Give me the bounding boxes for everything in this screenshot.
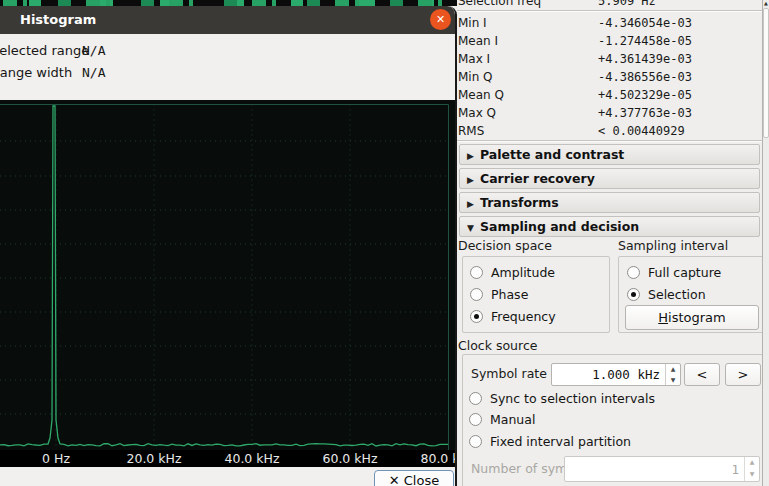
window-close-icon[interactable]: ✕ [430,9,451,30]
window-title: Histogram [20,12,96,27]
stat-value: +4.502329e-05 [598,88,692,102]
radio-circle-icon [470,310,483,323]
radio-circle-icon [469,392,482,405]
close-x-icon: ✕ [389,473,400,486]
radio-label: Sync to selection intervals [490,391,655,406]
collapsed-arrow-icon: ▶ [467,147,480,166]
clock-source-label: Clock source [458,338,537,353]
stat-label: Max Q [458,106,496,120]
symbol-rate-label: Symbol rate [471,366,547,381]
stat-row-min-q: Min Q -4.386556e-03 [457,68,762,86]
close-button[interactable]: ✕Close [374,470,454,486]
radio-frequency[interactable]: Frequency [470,309,556,324]
radio-circle-icon [470,266,483,279]
section-label: Palette and contrast [480,147,624,162]
spectrogram-strip[interactable] [0,0,457,6]
histogram-button[interactable]: Histogram [625,305,759,330]
histogram-plot[interactable] [0,100,457,450]
button-label-rest: istogram [668,310,726,325]
panel-scrollbar[interactable]: ▲ [762,0,769,486]
spin-down-icon[interactable]: ▼ [666,375,680,386]
sampling-interval-group: Full capture Selection Histogram [618,256,762,333]
symbol-rate-spinbox[interactable]: 1.000 kHz ▲▼ [551,363,681,386]
decision-space-group: Amplitude Phase Frequency [462,256,610,333]
stat-value: +4.361439e-03 [598,52,692,66]
radio-fixed-interval-partition[interactable]: Fixed interval partition [469,434,631,449]
radio-circle-icon [469,435,482,448]
radio-phase[interactable]: Phase [470,287,528,302]
stat-value: -1.274458e-05 [598,34,692,48]
stat-row-min-i: Min I -4.346054e-03 [457,14,762,32]
separator [457,140,762,142]
radio-label: Selection [648,287,706,302]
stat-row-max-i: Max I +4.361439e-03 [457,50,762,68]
section-palette-and-contrast[interactable]: ▶Palette and contrast [459,144,760,165]
number-of-symbols-value: 1 [731,462,739,477]
stat-label: Min Q [458,70,493,84]
radio-sync-to-selection-intervals[interactable]: Sync to selection intervals [469,391,655,406]
spin-up-icon: ▲ [745,457,759,469]
stat-label: Mean Q [458,88,504,102]
radio-circle-icon [627,266,640,279]
spinner-arrows[interactable]: ▲▼ [665,364,680,385]
histogram-plot-svg [0,100,457,450]
decision-space-label: Decision space [458,238,552,253]
selected-range-label: Selected range [0,43,89,58]
stat-value: < 0.00440929 [598,124,685,138]
screen: Selection freq 5.909 Hz Min I -4.346054e… [0,0,769,486]
selected-range-value: N/A [82,43,105,58]
titlebar[interactable]: Histogram ✕ [0,6,455,34]
x-tick-label: 0 Hz [42,451,70,466]
expanded-arrow-icon: ▼ [467,219,480,238]
spinner-arrows: ▲▼ [744,457,759,481]
section-label: Carrier recovery [480,171,595,186]
scrollbar-handle[interactable] [763,8,769,138]
radio-manual[interactable]: Manual [469,412,535,427]
stat-value: 5.909 Hz [598,0,656,8]
radio-selection[interactable]: Selection [627,287,706,302]
x-tick-label: 80.0 kHz [420,451,457,466]
section-carrier-recovery[interactable]: ▶Carrier recovery [459,168,760,189]
x-tick-label: 40.0 kHz [224,451,279,466]
collapsed-arrow-icon: ▶ [467,171,480,190]
symbol-rate-prev-button[interactable]: < [684,363,720,386]
button-mnemonic: H [658,310,668,325]
section-label: Transforms [480,195,559,210]
stat-label: Mean I [458,34,498,48]
section-sampling-and-decision[interactable]: ▼Sampling and decision [459,216,760,237]
stat-label: Min I [458,16,487,30]
symbol-rate-next-button[interactable]: > [725,363,761,386]
stat-value: -4.346054e-03 [598,16,692,30]
range-width-label: Range width [0,65,72,80]
close-button-label: Close [404,473,439,486]
symbol-rate-value: 1.000 kHz [592,367,660,382]
radio-label: Phase [491,287,528,302]
radio-label: Amplitude [491,265,555,280]
collapsed-arrow-icon: ▶ [467,195,480,214]
stat-label: RMS [458,124,484,138]
sampling-interval-label: Sampling interval [618,238,728,253]
range-width-value: N/A [82,65,105,80]
section-transforms[interactable]: ▶Transforms [459,192,760,213]
radio-full-capture[interactable]: Full capture [627,265,721,280]
dialog-footer: ✕Close [0,467,455,486]
stat-row-max-q: Max Q +4.377763e-03 [457,104,762,122]
stat-row-rms: RMS < 0.00440929 [457,122,762,140]
number-of-symbols-spinbox: 1 ▲▼ [564,456,760,482]
stat-value: +4.377763e-03 [598,106,692,120]
radio-amplitude[interactable]: Amplitude [470,265,555,280]
side-panel: Selection freq 5.909 Hz Min I -4.346054e… [457,0,762,486]
scrollbar-up-icon[interactable]: ▲ [763,0,769,7]
selected-range-row: Selected range N/A [0,43,455,59]
stat-row-mean-q: Mean Q +4.502329e-05 [457,86,762,104]
selection-info: Selected range N/A Range width N/A [0,34,455,100]
radio-circle-icon [469,413,482,426]
clock-source-group: Symbol rate 1.000 kHz ▲▼ < > Sync to sel… [462,354,762,486]
radio-circle-icon [627,288,640,301]
x-axis: 0 Hz20.0 kHz40.0 kHz60.0 kHz80.0 kHz [0,450,457,467]
range-width-row: Range width N/A [0,65,455,81]
stat-label: Max I [458,52,490,66]
spin-up-icon[interactable]: ▲ [666,364,680,375]
section-label: Sampling and decision [480,219,639,234]
radio-label: Manual [490,412,535,427]
